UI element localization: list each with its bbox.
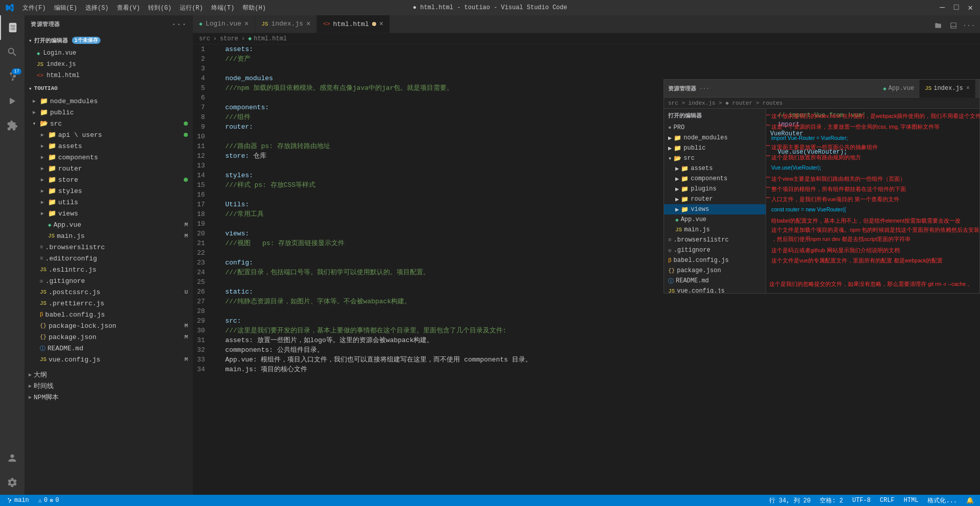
minimize-button[interactable]: — (938, 3, 947, 12)
open-editor-login-vue[interactable]: ◆ Login.vue (24, 47, 193, 59)
tree-item-vue-config[interactable]: ▶ JS vue.config.js M (24, 354, 193, 365)
menu-view[interactable]: 查看(V) (113, 4, 144, 12)
timeline-section[interactable]: ▶ 时间线 (24, 380, 193, 392)
ov-tree-node-modules[interactable]: ▶ 📁 node_modules (664, 133, 766, 143)
tree-item-package-lock[interactable]: ▶ {} package-lock.json M (24, 320, 193, 331)
indentation-status[interactable]: 空格: 2 (818, 495, 845, 506)
ov-tree-router[interactable]: ▶ 📁 router (664, 194, 766, 204)
toggle-panel-icon[interactable] (946, 18, 961, 33)
tree-item-babel-config[interactable]: ▶ β babel.config.js (24, 309, 193, 320)
encoding-status[interactable]: UTF-8 (850, 495, 873, 506)
git-branch-status[interactable]: main (4, 495, 31, 506)
code-line (213, 306, 980, 316)
ov-tree-readme[interactable]: ⓘ README.md (664, 276, 766, 286)
open-editors-header[interactable]: ▾ 打开的编辑器 1个未保存 (24, 33, 193, 47)
folder-arrow: ▶ (41, 154, 47, 160)
code-line: src: (213, 316, 980, 326)
ov-tree-app-vue[interactable]: ◆ App.vue (664, 214, 766, 225)
menu-terminal[interactable]: 终端(T) (207, 4, 239, 12)
notification-bell-icon[interactable]: 🔔 (964, 495, 976, 506)
explorer-activity-icon[interactable] (0, 15, 24, 40)
error-count-status[interactable]: ⚠ 0 ⊗ 0 (36, 495, 61, 506)
npm-scripts-section[interactable]: ▶ NPM脚本 (24, 392, 193, 403)
tree-item-router[interactable]: ▶ 📁 router (24, 163, 193, 174)
more-actions-icon[interactable]: ··· (962, 18, 976, 33)
sidebar-more-icon[interactable]: ··· (172, 20, 187, 29)
overlay-tab-app-vue[interactable]: ◆ App.vue (878, 80, 920, 98)
source-control-activity-icon[interactable]: 17 (0, 64, 24, 89)
overlay-more-icon[interactable]: ··· (699, 85, 709, 91)
ov-tree-vue-config[interactable]: JS vue.config.js (664, 286, 766, 293)
menu-select[interactable]: 选择(S) (81, 4, 113, 12)
ov-tree-public[interactable]: ▶ 📁 public (664, 143, 766, 153)
tree-item-postcssrc[interactable]: ▶ JS .postcssrc.js U (24, 286, 193, 298)
tree-item-app-vue[interactable]: ▶ ◆ App.vue M (24, 219, 193, 230)
menu-goto[interactable]: 转到(G) (144, 4, 176, 12)
overlay-tab-close-icon[interactable]: × (966, 85, 970, 92)
ov-tree-gitignore[interactable]: ⊙ .gitignore (664, 245, 766, 255)
close-button[interactable]: ✕ (966, 3, 975, 13)
menu-run[interactable]: 运行(R) (176, 4, 207, 12)
tree-item-node-modules[interactable]: ▶ 📁 node_modules (24, 95, 193, 107)
tree-item-editorconfig[interactable]: ▶ ≡ .editorconfig (24, 253, 193, 264)
tree-item-eslintrc[interactable]: ▶ JS .eslintrc.js (24, 264, 193, 275)
tree-item-prettierrc[interactable]: ▶ JS .prettierrc.js (24, 298, 193, 309)
tab-close-icon[interactable]: × (244, 20, 249, 28)
run-activity-icon[interactable] (0, 89, 24, 113)
tree-item-public[interactable]: ▶ 📁 public (24, 107, 193, 118)
account-activity-icon[interactable] (0, 446, 24, 470)
tree-item-main-js[interactable]: ▶ JS main.js M (24, 230, 193, 242)
extensions-activity-icon[interactable] (0, 113, 24, 138)
open-editor-html-html[interactable]: <> html.html (24, 70, 193, 81)
ov-tree-babel[interactable]: β babel.config.js (664, 255, 766, 266)
settings-activity-icon[interactable] (0, 470, 24, 495)
outline-section[interactable]: ▶ 大纲 (24, 369, 193, 380)
breadcrumb-src[interactable]: src (199, 35, 210, 42)
tree-item-package-json[interactable]: ▶ {} package.json M (24, 331, 193, 343)
ov-tree-views[interactable]: ▶ 📁 views (664, 204, 766, 214)
tab-close-icon[interactable]: × (379, 20, 383, 28)
tree-item-assets[interactable]: ▶ 📁 assets (24, 140, 193, 152)
ov-tree-main-js[interactable]: JS main.js (664, 225, 766, 235)
ov-tree-browserslistrc[interactable]: ≡ .browserslistrc (664, 235, 766, 245)
tab-index-js[interactable]: JS index.js × (255, 15, 317, 33)
menu-help[interactable]: 帮助(H) (238, 4, 270, 12)
format-status[interactable]: 格式化... (925, 495, 959, 506)
split-editor-icon[interactable] (931, 18, 945, 33)
json-icon: {} (40, 323, 46, 329)
tab-login-vue[interactable]: ◆ Login.vue × (193, 15, 255, 33)
tree-item-label: babel.config.js (45, 311, 191, 319)
overlay-tab-index-js[interactable]: JS index.js × (920, 80, 975, 98)
tree-item-views[interactable]: ▶ 📁 views (24, 208, 193, 219)
tree-item-store[interactable]: ▶ 📁 store (24, 174, 193, 185)
search-activity-icon[interactable] (0, 40, 24, 64)
tab-html-html[interactable]: <> html.html × (317, 15, 390, 33)
project-section-header[interactable]: ▾ TOUTIAO (24, 81, 193, 95)
menu-file[interactable]: 文件(F) (18, 4, 50, 12)
tree-item-gitignore[interactable]: ▶ ⊙ .gitignore (24, 275, 193, 286)
ov-tree-package[interactable]: {} package.json (664, 266, 766, 276)
tree-item-utils[interactable]: ▶ 📁 utils (24, 197, 193, 208)
tab-close-icon[interactable]: × (306, 20, 310, 28)
breadcrumb-store[interactable]: store (220, 35, 238, 42)
open-editor-name: html.html (46, 72, 80, 79)
menu-edit[interactable]: 编辑(E) (50, 4, 82, 12)
ov-tree-assets[interactable]: ▶ 📁 assets (664, 163, 766, 174)
eol-status[interactable]: CRLF (878, 495, 897, 506)
tree-item-src[interactable]: ▾ 📂 src (24, 118, 193, 129)
tree-item-components[interactable]: ▶ 📁 components (24, 152, 193, 163)
ov-tree-components[interactable]: ▶ 📁 components (664, 174, 766, 184)
open-editor-index-js[interactable]: JS index.js (24, 59, 193, 70)
tree-item-api-users[interactable]: ▶ 📁 api \ users (24, 129, 193, 140)
ov-tree-plugins[interactable]: ▶ 📁 plugins (664, 184, 766, 194)
tree-item-browserslistrc[interactable]: ▶ ≡ .browserslistrc (24, 242, 193, 253)
tree-item-readme[interactable]: ▶ ⓘ README.md (24, 343, 193, 354)
annotation-text-7: 这个view主要是放和我们路由相关的一些组件（页面） (771, 175, 905, 183)
tree-item-styles[interactable]: ▶ 📁 styles (24, 185, 193, 197)
cursor-position-status[interactable]: 行 34, 列 20 (767, 495, 813, 506)
maximize-button[interactable]: □ (952, 3, 961, 12)
ov-tree-src[interactable]: ▾ 📂 src (664, 153, 766, 163)
ov-tree-pro[interactable]: ● PRO (664, 123, 766, 133)
language-mode-status[interactable]: HTML (902, 495, 921, 506)
breadcrumb-file[interactable]: html.html (254, 35, 287, 42)
